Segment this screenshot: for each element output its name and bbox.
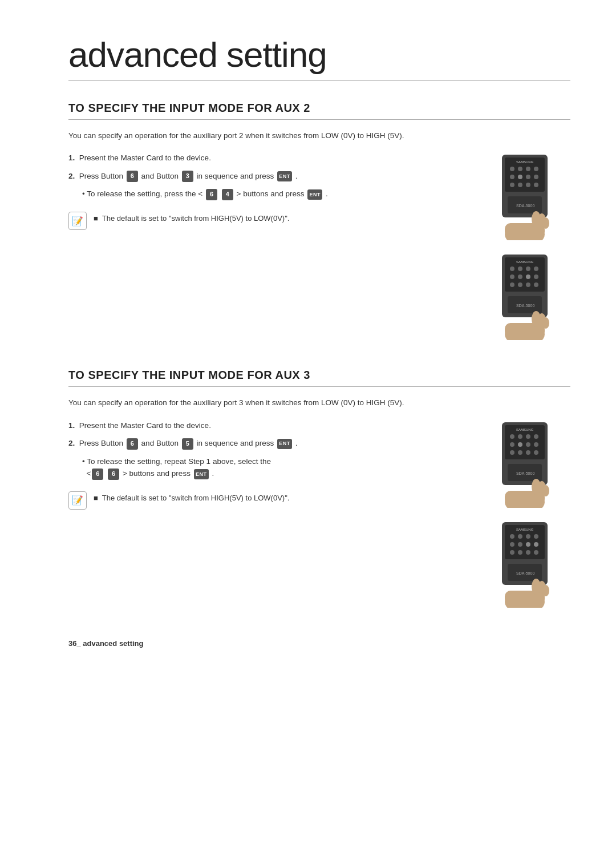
step-num-2: 2. [68,172,75,180]
svg-point-28 [534,266,538,271]
section-title-aux3: TO SPECIFY THE INPUT MODE FOR AUX 3 [68,369,570,387]
footer-text: 36_ advanced setting [68,639,144,648]
svg-point-25 [510,266,514,271]
svg-point-48 [518,434,522,439]
section-desc-aux2: You can specify an operation for the aux… [68,130,570,142]
footer-bar: 36_ advanced setting [0,639,616,648]
svg-point-35 [526,282,530,287]
instructions-aux2: 1. Present the Master Card to the device… [68,152,468,235]
svg-point-11 [510,183,514,187]
button-5-badge-aux3: 5 [182,438,193,450]
release-text-aux2: To release the setting, press the < [87,189,202,198]
step-2-aux3: 2. Press Button 6 and Button 5 in sequen… [68,437,468,450]
step-2-aux2: 2. Press Button 6 and Button 3 in sequen… [68,170,468,183]
svg-point-26 [518,266,522,271]
svg-point-8 [518,175,522,179]
release-btn-6a-aux3: 6 [92,469,103,480]
svg-point-57 [526,450,530,455]
svg-text:SAMSUNG: SAMSUNG [516,260,534,264]
note-icon-aux2: 📝 [68,212,87,230]
press-button-label: Press Button [79,172,123,180]
release-step-aux3: • To release the setting, repeat Step 1 … [82,455,468,480]
button-3-badge: 3 [182,171,193,182]
device-keypad-1-aux2: SAMSUNG SDA-5000 [485,152,565,240]
device-keypad-2-aux2: SAMSUNG SDA-5000 [485,252,565,340]
content-area-aux3: 1. Present the Master Card to the device… [68,419,570,608]
svg-point-21 [542,217,549,229]
note-icon-aux3: 📝 [68,491,87,510]
svg-point-75 [526,542,530,547]
svg-point-34 [518,282,522,287]
section-desc-aux3: You can specify an operation for the aux… [68,397,570,409]
content-area-aux2: 1. Present the Master Card to the device… [68,152,570,340]
note-text-aux3: ■ The default is set to "switch from HIG… [94,490,289,504]
svg-point-3 [510,167,514,171]
svg-point-72 [534,534,538,539]
svg-point-77 [510,550,514,555]
svg-text:SDA-5000: SDA-5000 [516,204,534,208]
svg-text:SDA-5000: SDA-5000 [516,304,534,308]
svg-point-36 [534,282,538,287]
svg-point-53 [526,442,530,447]
svg-point-80 [534,550,538,555]
page: advanced setting TO SPECIFY THE INPUT MO… [0,0,616,671]
release-ent-aux2: ENT [307,189,322,200]
svg-point-52 [518,442,522,447]
release-text-aux3: To release the setting, repeat Step 1 ab… [87,457,271,466]
release-step-aux2: • To release the setting, press the < 6 … [82,188,468,200]
svg-point-12 [518,183,522,187]
button-6-badge: 6 [127,171,138,182]
svg-text:SAMSUNG: SAMSUNG [516,428,534,431]
svg-point-30 [518,274,522,279]
svg-point-29 [510,274,514,279]
release-btn-6: 6 [206,189,217,200]
release-btn-6b-aux3: 6 [108,469,119,480]
svg-point-9 [526,175,530,179]
ent-badge-aux3: ENT [277,439,292,449]
svg-point-4 [518,167,522,171]
note-box-aux3: 📝 ■ The default is set to "switch from H… [68,490,468,510]
svg-point-50 [534,434,538,439]
step-num: 1. [68,154,75,162]
release-suffix-aux3: > buttons and press [123,469,191,478]
step-num-1-aux3: 1. [68,421,75,430]
svg-point-76 [534,542,538,547]
section-aux3: TO SPECIFY THE INPUT MODE FOR AUX 3 You … [68,369,570,607]
release-btn-4: 4 [222,189,233,200]
svg-point-10 [534,175,538,179]
note-box-aux2: 📝 ■ The default is set to "switch from H… [68,211,468,230]
svg-point-14 [534,183,538,187]
svg-point-71 [526,534,530,539]
note-bullet-aux3: ■ [94,494,98,502]
svg-point-7 [510,175,514,179]
in-sequence-label-aux3: in sequence and press [196,439,274,447]
device-images-aux2: SAMSUNG SDA-5000 [479,152,570,340]
svg-point-56 [518,450,522,455]
button-6-badge-aux3: 6 [127,438,138,450]
svg-point-87 [542,585,549,596]
svg-text:SAMSUNG: SAMSUNG [516,160,534,164]
step-1-aux2: 1. Present the Master Card to the device… [68,152,468,164]
note-bullet: ■ [94,214,98,223]
note-text-aux2: ■ The default is set to "switch from HIG… [94,211,289,224]
svg-point-54 [534,442,538,447]
svg-point-73 [510,542,514,547]
in-sequence-label: in sequence and press [196,172,274,180]
svg-point-43 [542,317,549,329]
svg-point-70 [518,534,522,539]
svg-point-31 [526,274,530,279]
svg-text:SAMSUNG: SAMSUNG [516,528,534,531]
svg-point-33 [510,282,514,287]
and-button-label: and Button [141,172,179,180]
svg-point-27 [526,266,530,271]
svg-point-78 [518,550,522,555]
ent-badge: ENT [277,171,292,181]
svg-point-58 [534,450,538,455]
release-suffix-aux2: > buttons and press [237,189,305,198]
svg-point-47 [510,434,514,439]
step-1-aux3: 1. Present the Master Card to the device… [68,419,468,432]
svg-point-79 [526,550,530,555]
and-button-label-aux3: and Button [141,439,179,447]
svg-point-51 [510,442,514,447]
device-images-aux3: SAMSUNG SDA-5000 [479,419,570,608]
